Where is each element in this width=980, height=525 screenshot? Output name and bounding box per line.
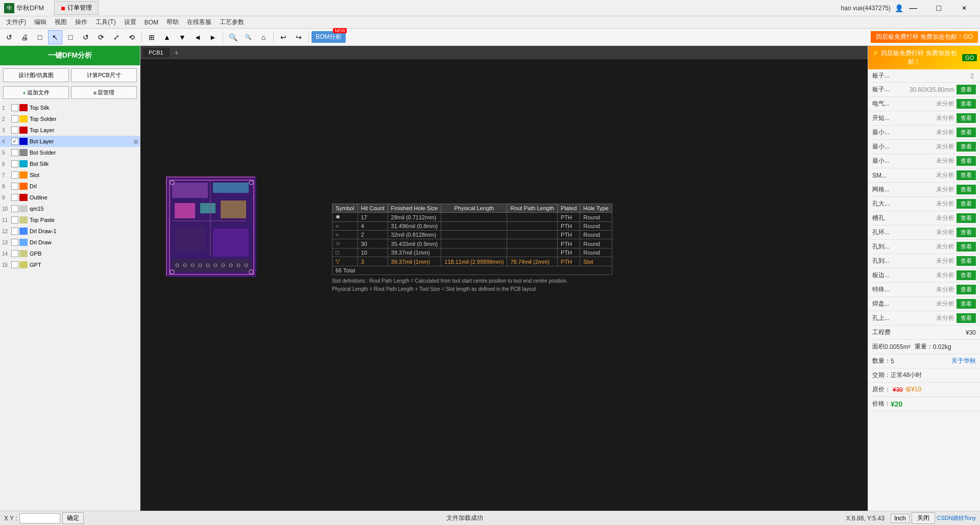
menu-item-帮助[interactable]: 帮助 [162, 17, 183, 28]
design-sim-button[interactable]: 设计图/仿真图 [3, 68, 69, 82]
toolbar-undo2[interactable]: ↩ [276, 30, 291, 44]
menu-item-编辑[interactable]: 编辑 [30, 17, 51, 28]
toolbar-up[interactable]: ▲ [160, 30, 174, 44]
close-button[interactable]: ✕ [952, 1, 976, 15]
layer-check[interactable] [11, 171, 18, 179]
toolbar-zoom-out[interactable]: 🔍 [241, 30, 255, 44]
tab-add-button[interactable]: + [171, 47, 183, 58]
layer-item-bot-silk[interactable]: 6Bot Silk [0, 158, 140, 169]
panel-row-view-button[interactable]: 查看 [957, 199, 976, 209]
layer-check[interactable] [11, 216, 18, 223]
order-tab[interactable]: ■ 订单管理 [54, 1, 98, 15]
toolbar-print[interactable]: 🖨 [17, 30, 32, 44]
layer-item-drl[interactable]: 8Drl [0, 181, 140, 192]
unit-inch-button[interactable]: Inch [891, 514, 910, 523]
dfm-analysis-button[interactable]: 一键DFM分析 [0, 46, 140, 65]
layer-check[interactable]: ✓ [11, 138, 18, 145]
layer-item-qm15[interactable]: 10qm15 [0, 203, 140, 214]
menu-item-设置[interactable]: 设置 [120, 17, 140, 28]
panel-row-view-button[interactable]: 查看 [957, 256, 976, 266]
panel-row-view-button[interactable]: 查看 [957, 299, 976, 309]
layer-item-top-layer[interactable]: 3Top Layer [0, 124, 140, 136]
right-panel-ad[interactable]: ⚡ 四层板免费打样 免费加急包邮！ GO [868, 46, 980, 69]
layer-check[interactable] [11, 115, 18, 122]
layer-item-bot-layer[interactable]: 4✓Bot Layer⊞ [0, 136, 140, 147]
toolbar-home[interactable]: ⌂ [256, 30, 271, 44]
menu-item-文件F[interactable]: 文件(F) [2, 17, 30, 28]
panel-row-view-button[interactable]: 查看 [957, 242, 976, 252]
panel-row-view-button[interactable]: 查看 [957, 113, 976, 123]
confirm-button[interactable]: 确定 [62, 512, 84, 524]
minimize-button[interactable]: — [901, 1, 925, 15]
panel-row-view-button[interactable]: 查看 [957, 99, 976, 109]
add-file-button[interactable]: + 追加文件 [3, 86, 69, 99]
layer-check[interactable] [11, 194, 18, 201]
panel-row-view-button[interactable]: 查看 [957, 313, 976, 323]
layer-item-top-paste[interactable]: 11Top Paste [0, 214, 140, 226]
panel-row-view-button[interactable]: 查看 [957, 170, 976, 180]
pcb-canvas[interactable]: Symbol Hit Count Finished Hole Size Phys… [140, 59, 868, 511]
calc-pcb-button[interactable]: 计算PCB尺寸 [71, 68, 137, 82]
panel-row-view-button[interactable]: 查看 [957, 228, 976, 237]
layer-item-top-solder[interactable]: 2Top Solder [0, 113, 140, 124]
panel-row-view-button[interactable]: 查看 [957, 85, 976, 94]
ad-go-btn[interactable]: GO [962, 54, 977, 61]
menu-item-操作[interactable]: 操作 [71, 17, 91, 28]
csdn-link[interactable]: CSDN跳转Tony [937, 514, 976, 522]
layer-check[interactable] [11, 239, 18, 246]
toolbar-undo[interactable]: ↺ [2, 30, 16, 44]
toolbar-grid[interactable]: ⊞ [145, 30, 159, 44]
toolbar-rotate[interactable]: ↺ [79, 30, 93, 44]
toolbar-rect[interactable]: □ [63, 30, 78, 44]
tab-pcb1[interactable]: PCB1 [142, 48, 170, 57]
area-label: 面积 [872, 342, 885, 351]
bom-analysis-button[interactable]: BOM分析 NEW [312, 31, 346, 43]
layer-check[interactable] [11, 160, 18, 167]
layer-mgr-button[interactable]: ≡ 层管理 [71, 86, 137, 99]
toolbar-cursor[interactable]: ↖ [48, 30, 62, 44]
layer-item-gpt[interactable]: 15GPT [0, 259, 140, 270]
panel-row-view-button[interactable]: 查看 [957, 156, 976, 166]
layer-item-slot[interactable]: 7Slot [0, 169, 140, 181]
layer-check[interactable] [11, 228, 18, 235]
menu-item-在线客服[interactable]: 在线客服 [183, 17, 216, 28]
toolbar-left[interactable]: ◄ [190, 30, 205, 44]
layer-check[interactable] [11, 149, 18, 156]
layer-check[interactable] [11, 205, 18, 212]
layer-item-gpb[interactable]: 14GPB [0, 248, 140, 259]
layer-item-bot-solder[interactable]: 5Bot Solder [0, 147, 140, 158]
coord-input[interactable] [19, 513, 60, 523]
layer-item-drl-draw-1[interactable]: 12Drl Draw-1 [0, 226, 140, 237]
menu-item-BOM[interactable]: BOM [140, 18, 162, 27]
toolbar-redo[interactable]: ↪ [292, 30, 306, 44]
toolbar-right[interactable]: ► [206, 30, 220, 44]
toolbar-refresh[interactable]: ⟳ [94, 30, 108, 44]
panel-row-view-button[interactable]: 查看 [957, 185, 976, 194]
about-link[interactable]: 关于华秋 [951, 357, 976, 365]
maximize-button[interactable]: □ [927, 1, 950, 15]
layer-check[interactable] [11, 250, 18, 257]
layer-check[interactable] [11, 261, 18, 268]
layer-check[interactable] [11, 127, 18, 134]
layer-check[interactable] [11, 104, 18, 111]
panel-row-view-button[interactable]: 查看 [957, 128, 976, 137]
panel-row-view-button[interactable]: 查看 [957, 142, 976, 152]
panel-row-view-button[interactable]: 查看 [957, 213, 976, 223]
layer-item-drl-draw[interactable]: 13Drl Draw [0, 237, 140, 248]
menu-item-视图[interactable]: 视图 [51, 17, 71, 28]
toolbar-ad-banner[interactable]: 四层板免费打样 免费加急包邮！GO [871, 31, 978, 43]
panel-row-view-button[interactable]: 查看 [957, 285, 976, 294]
layer-item-outline[interactable]: 9Outline [0, 192, 140, 203]
toolbar-zoom-in[interactable]: 🔍 [226, 30, 240, 44]
toolbar-expand[interactable]: ⤢ [109, 30, 124, 44]
close-view-button[interactable]: 关闭 [912, 512, 935, 524]
layer-item-top-silk[interactable]: 1Top Silk [0, 102, 140, 113]
menu-item-工具T[interactable]: 工具(T) [91, 17, 119, 28]
toolbar-down[interactable]: ▼ [175, 30, 189, 44]
layer-name-label: Top Solder [30, 116, 138, 122]
layer-check[interactable] [11, 183, 18, 190]
panel-row-view-button[interactable]: 查看 [957, 270, 976, 280]
menu-item-工艺参数[interactable]: 工艺参数 [216, 17, 248, 28]
toolbar-rotate2[interactable]: ⟲ [125, 30, 139, 44]
toolbar-select-all[interactable]: □ [33, 30, 47, 44]
